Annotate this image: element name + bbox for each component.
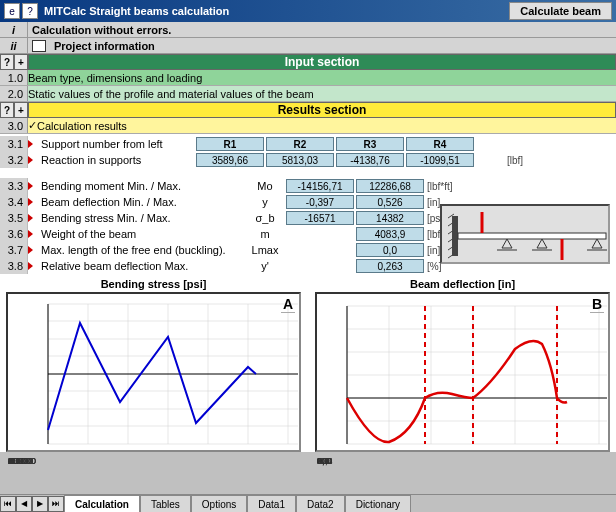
result-label: Beam deflection Min. / Max. [35, 196, 245, 208]
beam-type-row[interactable]: 1.0 Beam type, dimensions and loading [0, 70, 616, 86]
unit: [lbf*ft] [425, 181, 470, 192]
status-row: i Calculation without errors. [0, 22, 616, 38]
col-header: R2 [266, 137, 334, 151]
window-title: MITCalc Straight beams calculation [44, 5, 509, 17]
input-section-title: Input section [28, 54, 616, 70]
svg-marker-11 [537, 239, 547, 248]
help-button[interactable]: ? [0, 54, 14, 70]
cell-value: 3589,66 [196, 153, 264, 167]
symbol: Lmax [245, 244, 285, 256]
symbol: y [245, 196, 285, 208]
static-values-label: Static values of the profile and materia… [28, 88, 314, 100]
row-index: 3.4 [0, 194, 28, 210]
cell-value: -1099,51 [406, 153, 474, 167]
value-max: 12286,68 [356, 179, 424, 193]
row-index: 3.2 [0, 152, 28, 168]
reactions-row: 3.2 Reaction in supports 3589,66 5813,03… [0, 152, 616, 168]
xtick: 600 [317, 456, 332, 466]
input-section-header: ? + Input section [0, 54, 616, 70]
marker-icon [28, 198, 33, 206]
expand-button[interactable]: + [14, 54, 28, 70]
tab-calculation[interactable]: Calculation [64, 495, 140, 512]
beam-diagram [440, 204, 610, 264]
results-section-header: ? + Results section [0, 102, 616, 118]
col-header: R1 [196, 137, 264, 151]
result-label: Bending moment Min. / Max. [35, 180, 245, 192]
row-index: 3.8 [0, 258, 28, 274]
tab-options[interactable]: Options [191, 495, 247, 512]
result-label: Relative beam deflection Max. [35, 260, 245, 272]
row-index: 3.5 [0, 210, 28, 226]
chart-b: Beam deflection [in] B 0,8 0,6 [315, 278, 610, 452]
symbol: σ_b [245, 212, 285, 224]
supports-label: Support number from left [35, 138, 195, 150]
beam-type-label: Beam type, dimensions and loading [28, 72, 202, 84]
project-info-label: Project information [50, 40, 155, 52]
calculate-button[interactable]: Calculate beam [509, 2, 612, 20]
chart-b-svg [317, 294, 612, 454]
symbol: y' [245, 260, 285, 272]
symbol: m [245, 228, 285, 240]
result-label: Max. length of the free end (buckling). [35, 244, 245, 256]
expand-button[interactable]: + [14, 102, 28, 118]
checkbox[interactable] [32, 40, 46, 52]
result-label: Bending stress Min. / Max. [35, 212, 245, 224]
results-section-title: Results section [28, 102, 616, 118]
sheet-tabs: ⏮ ◀ ▶ ⏭ Calculation Tables Options Data1… [0, 494, 616, 512]
value-max: 0,526 [356, 195, 424, 209]
tab-data2[interactable]: Data2 [296, 495, 345, 512]
value-min: -14156,71 [286, 179, 354, 193]
row-index: i [0, 22, 28, 37]
project-info-row[interactable]: ii Project information [0, 38, 616, 54]
symbol: Mo [245, 180, 285, 192]
marker-icon [28, 140, 33, 148]
app-icon: e [4, 3, 20, 19]
nav-last[interactable]: ⏭ [48, 496, 64, 512]
marker-icon [28, 182, 33, 190]
charts: Bending stress [psi] A 20000 15000 10000… [0, 274, 616, 452]
reactions-label: Reaction in supports [35, 154, 195, 166]
row-index: 1.0 [0, 70, 28, 85]
tab-data1[interactable]: Data1 [247, 495, 296, 512]
help-icon[interactable]: ? [22, 3, 38, 19]
svg-rect-0 [452, 216, 458, 256]
supports-headers: R1 R2 R3 R4 [195, 137, 475, 151]
row-index: 3.7 [0, 242, 28, 258]
col-header: R4 [406, 137, 474, 151]
value-max: 14382 [356, 211, 424, 225]
marker-icon [28, 246, 33, 254]
tab-dictionary[interactable]: Dictionary [345, 495, 411, 512]
result-label: Weight of the beam [35, 228, 245, 240]
value: 0,263 [356, 259, 424, 273]
value: 4083,9 [356, 227, 424, 241]
cell-value: 5813,03 [266, 153, 334, 167]
status-text: Calculation without errors. [28, 24, 171, 36]
supports-values: 3589,66 5813,03 -4138,76 -1099,51 [195, 153, 475, 167]
svg-rect-7 [458, 233, 606, 239]
calc-results-row[interactable]: 3.0 ✓ Calculation results [0, 118, 616, 134]
nav-first[interactable]: ⏮ [0, 496, 16, 512]
chart-a: Bending stress [psi] A 20000 15000 10000… [6, 278, 301, 452]
svg-marker-12 [592, 239, 602, 248]
marker-icon [28, 156, 33, 164]
cell-value: -4138,76 [336, 153, 404, 167]
chart-a-title: Bending stress [psi] [6, 278, 301, 290]
calc-results-label: Calculation results [37, 120, 127, 132]
row-index: 3.3 [0, 178, 28, 194]
nav-prev[interactable]: ◀ [16, 496, 32, 512]
chart-b-title: Beam deflection [in] [315, 278, 610, 290]
titlebar: e ? MITCalc Straight beams calculation C… [0, 0, 616, 22]
result-row: 3.3Bending moment Min. / Max.Mo-14156,71… [0, 178, 616, 194]
row-index: 2.0 [0, 86, 28, 101]
help-button[interactable]: ? [0, 102, 14, 118]
row-index: 3.1 [0, 136, 28, 152]
nav-next[interactable]: ▶ [32, 496, 48, 512]
col-header: R3 [336, 137, 404, 151]
supports-header-row: 3.1 Support number from left R1 R2 R3 R4 [0, 136, 616, 152]
tab-tables[interactable]: Tables [140, 495, 191, 512]
main-area: 3.1 Support number from left R1 R2 R3 R4… [0, 134, 616, 452]
static-values-row[interactable]: 2.0 Static values of the profile and mat… [0, 86, 616, 102]
chart-badge: A [281, 296, 295, 313]
checkbox[interactable]: ✓ [28, 119, 37, 132]
marker-icon [28, 214, 33, 222]
